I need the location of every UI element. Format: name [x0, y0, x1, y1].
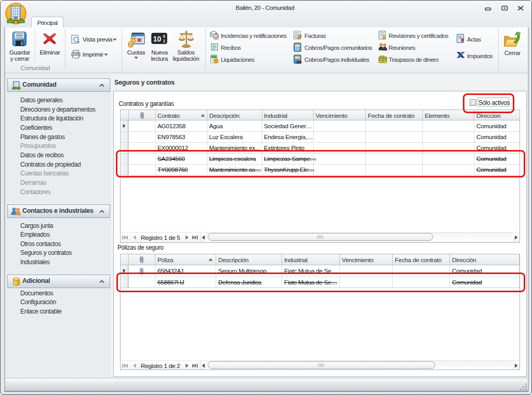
svg-text:10: 10: [153, 35, 162, 43]
svg-text:1: 1: [163, 38, 165, 44]
